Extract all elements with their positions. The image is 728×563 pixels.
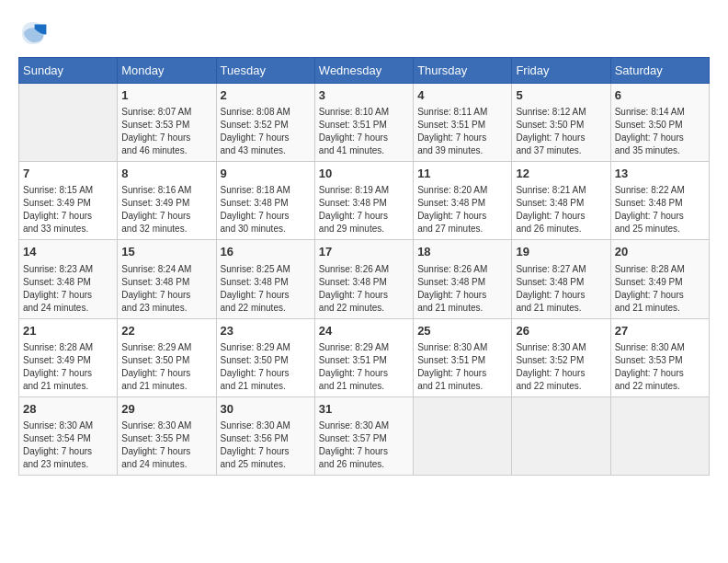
day-number: 5 — [516, 87, 606, 104]
day-number: 8 — [121, 166, 211, 182]
day-info: Sunrise: 8:18 AM Sunset: 3:48 PM Dayligh… — [221, 184, 311, 236]
day-info: Sunrise: 8:24 AM Sunset: 3:48 PM Dayligh… — [121, 263, 211, 315]
day-number: 13 — [615, 166, 705, 182]
day-number: 21 — [23, 323, 113, 339]
day-info: Sunrise: 8:26 AM Sunset: 3:48 PM Dayligh… — [319, 263, 409, 315]
day-info: Sunrise: 8:29 AM Sunset: 3:50 PM Dayligh… — [221, 341, 311, 393]
day-info: Sunrise: 8:11 AM Sunset: 3:51 PM Dayligh… — [417, 106, 507, 157]
day-number: 22 — [121, 323, 211, 339]
day-info: Sunrise: 8:19 AM Sunset: 3:48 PM Dayligh… — [319, 184, 409, 236]
header-day-saturday: Saturday — [610, 58, 709, 84]
calendar-week-2: 7Sunrise: 8:15 AM Sunset: 3:49 PM Daylig… — [19, 162, 710, 240]
day-info: Sunrise: 8:30 AM Sunset: 3:55 PM Dayligh… — [121, 419, 211, 471]
day-number: 9 — [221, 166, 311, 182]
day-number: 6 — [615, 87, 705, 104]
day-number: 2 — [221, 87, 311, 104]
day-info: Sunrise: 8:28 AM Sunset: 3:49 PM Dayligh… — [23, 341, 113, 393]
day-info: Sunrise: 8:29 AM Sunset: 3:51 PM Dayligh… — [319, 341, 409, 393]
calendar-cell: 18Sunrise: 8:26 AM Sunset: 3:48 PM Dayli… — [414, 240, 512, 318]
day-number: 1 — [121, 87, 211, 104]
calendar-header: SundayMondayTuesdayWednesdayThursdayFrid… — [19, 58, 710, 84]
day-number: 26 — [516, 323, 606, 339]
day-info: Sunrise: 8:30 AM Sunset: 3:53 PM Dayligh… — [615, 341, 705, 393]
day-info: Sunrise: 8:27 AM Sunset: 3:48 PM Dayligh… — [516, 263, 606, 315]
calendar-cell: 22Sunrise: 8:29 AM Sunset: 3:50 PM Dayli… — [118, 318, 216, 396]
header-day-tuesday: Tuesday — [216, 58, 314, 84]
day-number: 17 — [319, 244, 409, 260]
calendar-table: SundayMondayTuesdayWednesdayThursdayFrid… — [18, 57, 710, 476]
day-number: 30 — [221, 401, 311, 418]
calendar-week-4: 21Sunrise: 8:28 AM Sunset: 3:49 PM Dayli… — [19, 318, 710, 396]
calendar-week-1: 1Sunrise: 8:07 AM Sunset: 3:53 PM Daylig… — [19, 84, 710, 162]
day-number: 15 — [121, 244, 211, 260]
day-number: 7 — [23, 166, 113, 182]
day-info: Sunrise: 8:10 AM Sunset: 3:51 PM Dayligh… — [319, 106, 409, 157]
calendar-cell: 17Sunrise: 8:26 AM Sunset: 3:48 PM Dayli… — [314, 240, 413, 318]
day-info: Sunrise: 8:30 AM Sunset: 3:57 PM Dayligh… — [319, 419, 409, 471]
day-number: 10 — [319, 166, 409, 182]
calendar-body: 1Sunrise: 8:07 AM Sunset: 3:53 PM Daylig… — [19, 84, 710, 476]
calendar-cell: 11Sunrise: 8:20 AM Sunset: 3:48 PM Dayli… — [414, 162, 512, 240]
calendar-cell: 19Sunrise: 8:27 AM Sunset: 3:48 PM Dayli… — [512, 240, 610, 318]
day-number: 28 — [23, 401, 113, 418]
header-row: SundayMondayTuesdayWednesdayThursdayFrid… — [19, 58, 710, 84]
calendar-week-5: 28Sunrise: 8:30 AM Sunset: 3:54 PM Dayli… — [19, 396, 710, 475]
calendar-cell: 31Sunrise: 8:30 AM Sunset: 3:57 PM Dayli… — [314, 396, 413, 475]
day-number: 16 — [221, 244, 311, 260]
calendar-cell: 1Sunrise: 8:07 AM Sunset: 3:53 PM Daylig… — [118, 84, 216, 162]
day-info: Sunrise: 8:22 AM Sunset: 3:48 PM Dayligh… — [615, 184, 705, 236]
day-info: Sunrise: 8:16 AM Sunset: 3:49 PM Dayligh… — [121, 184, 211, 236]
logo — [18, 18, 51, 48]
day-info: Sunrise: 8:28 AM Sunset: 3:49 PM Dayligh… — [615, 263, 705, 315]
header-day-wednesday: Wednesday — [314, 58, 413, 84]
calendar-cell: 3Sunrise: 8:10 AM Sunset: 3:51 PM Daylig… — [314, 84, 413, 162]
page-header — [18, 18, 710, 48]
calendar-cell: 24Sunrise: 8:29 AM Sunset: 3:51 PM Dayli… — [314, 318, 413, 396]
calendar-cell: 30Sunrise: 8:30 AM Sunset: 3:56 PM Dayli… — [216, 396, 314, 475]
calendar-week-3: 14Sunrise: 8:23 AM Sunset: 3:48 PM Dayli… — [19, 240, 710, 318]
calendar-cell: 9Sunrise: 8:18 AM Sunset: 3:48 PM Daylig… — [216, 162, 314, 240]
calendar-cell: 2Sunrise: 8:08 AM Sunset: 3:52 PM Daylig… — [216, 84, 314, 162]
day-number: 25 — [417, 323, 507, 339]
calendar-cell: 29Sunrise: 8:30 AM Sunset: 3:55 PM Dayli… — [118, 396, 216, 475]
day-info: Sunrise: 8:15 AM Sunset: 3:49 PM Dayligh… — [23, 184, 113, 236]
calendar-cell: 28Sunrise: 8:30 AM Sunset: 3:54 PM Dayli… — [19, 396, 118, 475]
calendar-cell: 5Sunrise: 8:12 AM Sunset: 3:50 PM Daylig… — [512, 84, 610, 162]
day-info: Sunrise: 8:12 AM Sunset: 3:50 PM Dayligh… — [516, 106, 606, 157]
calendar-cell: 6Sunrise: 8:14 AM Sunset: 3:50 PM Daylig… — [610, 84, 709, 162]
day-info: Sunrise: 8:30 AM Sunset: 3:56 PM Dayligh… — [221, 419, 311, 471]
day-info: Sunrise: 8:30 AM Sunset: 3:52 PM Dayligh… — [516, 341, 606, 393]
day-number: 20 — [615, 244, 705, 260]
calendar-cell: 8Sunrise: 8:16 AM Sunset: 3:49 PM Daylig… — [118, 162, 216, 240]
calendar-cell — [610, 396, 709, 475]
calendar-cell: 26Sunrise: 8:30 AM Sunset: 3:52 PM Dayli… — [512, 318, 610, 396]
calendar-cell: 27Sunrise: 8:30 AM Sunset: 3:53 PM Dayli… — [610, 318, 709, 396]
day-info: Sunrise: 8:30 AM Sunset: 3:51 PM Dayligh… — [417, 341, 507, 393]
day-number: 18 — [417, 244, 507, 260]
day-number: 12 — [516, 166, 606, 182]
day-info: Sunrise: 8:30 AM Sunset: 3:54 PM Dayligh… — [23, 419, 113, 471]
day-number: 29 — [121, 401, 211, 418]
header-day-thursday: Thursday — [414, 58, 512, 84]
logo-icon — [18, 18, 48, 48]
calendar-cell: 20Sunrise: 8:28 AM Sunset: 3:49 PM Dayli… — [610, 240, 709, 318]
calendar-cell — [414, 396, 512, 475]
day-info: Sunrise: 8:23 AM Sunset: 3:48 PM Dayligh… — [23, 263, 113, 315]
day-number: 3 — [319, 87, 409, 104]
calendar-cell: 13Sunrise: 8:22 AM Sunset: 3:48 PM Dayli… — [610, 162, 709, 240]
day-number: 31 — [319, 401, 409, 418]
calendar-cell — [19, 84, 118, 162]
calendar-cell: 25Sunrise: 8:30 AM Sunset: 3:51 PM Dayli… — [414, 318, 512, 396]
day-info: Sunrise: 8:14 AM Sunset: 3:50 PM Dayligh… — [615, 106, 705, 157]
day-number: 11 — [417, 166, 507, 182]
header-day-sunday: Sunday — [19, 58, 118, 84]
calendar-cell: 14Sunrise: 8:23 AM Sunset: 3:48 PM Dayli… — [19, 240, 118, 318]
day-info: Sunrise: 8:20 AM Sunset: 3:48 PM Dayligh… — [417, 184, 507, 236]
header-day-friday: Friday — [512, 58, 610, 84]
day-info: Sunrise: 8:29 AM Sunset: 3:50 PM Dayligh… — [121, 341, 211, 393]
day-number: 23 — [221, 323, 311, 339]
day-number: 19 — [516, 244, 606, 260]
day-number: 27 — [615, 323, 705, 339]
calendar-cell — [512, 396, 610, 475]
calendar-cell: 15Sunrise: 8:24 AM Sunset: 3:48 PM Dayli… — [118, 240, 216, 318]
